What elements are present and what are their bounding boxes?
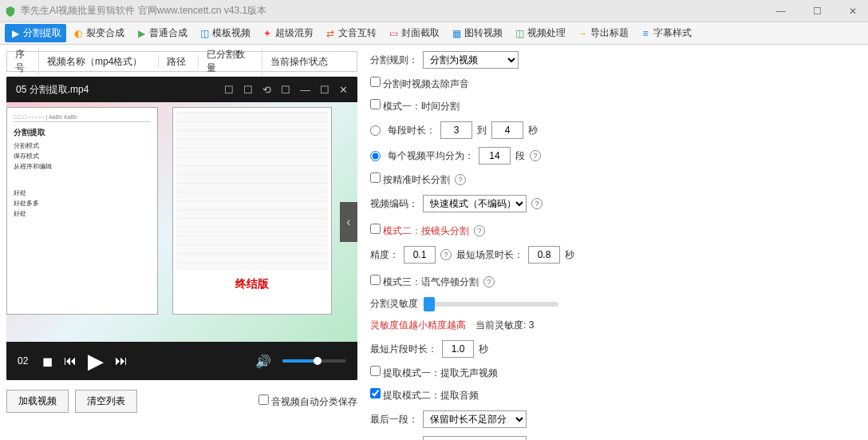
tab-10[interactable]: ≡字幕样式 [635, 24, 696, 42]
each-duration-radio[interactable] [370, 125, 381, 136]
table-header-cell[interactable]: 路径 [159, 55, 199, 69]
mode3-checkbox[interactable] [370, 275, 381, 285]
mode1-checkbox-label[interactable]: 模式一：时间分割 [370, 99, 460, 113]
side-toggle-icon[interactable]: ‹ [340, 202, 357, 242]
tab-icon: ▶ [10, 28, 21, 39]
mode2-checkbox-label[interactable]: 模式二：按镜头分割 [370, 224, 469, 238]
tab-0[interactable]: ▶分割提取 [5, 24, 66, 42]
tab-label: 模板视频 [212, 26, 251, 40]
tab-icon: ▭ [388, 28, 399, 39]
mode3-checkbox-label[interactable]: 模式三：语气停顿分割 [370, 275, 479, 289]
min-clip-label: 最短片段时长： [370, 343, 437, 356]
volume-slider[interactable] [282, 359, 346, 363]
help-icon[interactable]: ? [440, 249, 452, 260]
app-title: 季先生AI视频批量剪辑软件 官网www.tencett.cn v43.1版本 [21, 4, 770, 18]
encoding-select[interactable]: 快速模式（不编码） [423, 195, 527, 212]
window-controls: — ☐ ✕ [770, 4, 863, 18]
tab-5[interactable]: ⇄文音互转 [320, 24, 381, 42]
mode1-checkbox[interactable] [370, 99, 381, 109]
help-icon[interactable]: ? [483, 276, 495, 287]
tab-label: 超级混剪 [275, 26, 314, 40]
precision-label: 精度： [370, 248, 399, 262]
video-frame[interactable]: □ □ □ ▫ ▫ ▫ ▫ ▫ | AaBb AaBb 分割提取 分割模式 保存… [6, 102, 357, 342]
tab-9[interactable]: →导出标题 [572, 24, 633, 42]
close-button[interactable]: ✕ [842, 4, 863, 18]
avg-split-radio[interactable] [370, 151, 381, 161]
settings-panel: 分割规则： 分割为视频 分割时视频去除声音 模式一：时间分割 每段时长： 到 秒… [365, 51, 862, 440]
help-icon[interactable]: ? [531, 198, 542, 209]
each-duration-label: 每段时长： [388, 124, 436, 137]
duration-from-input[interactable] [440, 121, 472, 139]
autosave-checkbox-label[interactable]: 音视频自动分类保存 [258, 394, 357, 409]
split-rule-select[interactable]: 分割为视频 [423, 51, 519, 69]
table-header-cell[interactable]: 当前操作状态 [262, 55, 357, 69]
tab-3[interactable]: ◫模板视频 [194, 24, 255, 42]
tab-label: 分割提取 [23, 26, 61, 40]
maximize-button[interactable]: ☐ [807, 4, 828, 18]
tab-8[interactable]: ◫视频处理 [509, 24, 570, 42]
clear-list-button[interactable]: 清空列表 [75, 390, 137, 413]
main-tabs: ▶分割提取◐裂变合成▶普通合成◫模板视频✦超级混剪⇄文音互转▭封面截取▦图转视频… [0, 22, 868, 45]
tab-icon: ▶ [136, 28, 147, 39]
time-label: 02 [18, 355, 28, 367]
tab-label: 视频处理 [527, 26, 566, 40]
loop-icon[interactable]: ⟲ [262, 84, 271, 96]
player-minimize-icon[interactable]: — [300, 84, 310, 96]
minimize-button[interactable]: — [770, 4, 792, 18]
tab-label: 封面截取 [401, 26, 440, 40]
load-video-button[interactable]: 加载视频 [6, 390, 69, 413]
tab-1[interactable]: ◐裂变合成 [68, 24, 129, 42]
volume-icon[interactable]: 🔊 [255, 354, 271, 369]
tab-7[interactable]: ▦图转视频 [446, 24, 507, 42]
precise-split-checkbox-label[interactable]: 按精准时长分割 [370, 172, 450, 187]
remove-audio-checkbox-label[interactable]: 分割时视频去除声音 [370, 77, 469, 91]
extract1-checkbox[interactable] [370, 366, 381, 376]
prev-button[interactable]: ⏮ [64, 354, 77, 368]
tab-icon: ◐ [73, 28, 84, 39]
app-icon [5, 6, 16, 17]
extract2-checkbox-label[interactable]: 提取模式二：提取音频 [370, 388, 479, 402]
duration-to-input[interactable] [491, 121, 523, 139]
sensitivity-slider[interactable] [423, 302, 558, 307]
play-button[interactable]: ▶ [88, 349, 104, 374]
tab-6[interactable]: ▭封面截取 [383, 24, 444, 42]
help-icon[interactable]: ? [530, 150, 541, 161]
player-close-icon[interactable]: ✕ [339, 84, 348, 96]
tab-icon: ▦ [451, 28, 462, 39]
stop-button[interactable]: ◼ [42, 354, 53, 369]
tab-4[interactable]: ✦超级混剪 [257, 24, 318, 42]
table-header-cell[interactable]: 已分割数量 [199, 48, 262, 75]
table-header-cell[interactable]: 序号 [7, 48, 39, 75]
clock-icon[interactable]: ☐ [243, 84, 253, 96]
last-seg-select[interactable]: 保留时长不足部分 [423, 410, 527, 428]
next-button[interactable]: ⏭ [115, 354, 128, 368]
player-controls: 02 ◼ ⏮ ▶ ⏭ 🔊 [6, 342, 357, 380]
tab-2[interactable]: ▶普通合成 [131, 24, 192, 42]
table-header-cell[interactable]: 视频名称（mp4格式） [39, 55, 159, 69]
sensitivity-note: 灵敏度值越小精度越高 [370, 319, 466, 332]
tab-icon: ✦ [262, 28, 273, 39]
window-icon[interactable]: ☐ [224, 84, 234, 96]
extract2-checkbox[interactable] [370, 388, 381, 398]
tab-icon: ⇄ [325, 28, 336, 39]
player-maximize-icon[interactable]: ☐ [320, 84, 329, 96]
help-icon[interactable]: ? [474, 225, 485, 236]
export-title-select[interactable]: 取视频的标题 [423, 436, 527, 440]
file-table-header: 序号视频名称（mp4格式）路径已分割数量当前操作状态 [6, 51, 357, 72]
precision-input[interactable] [404, 246, 436, 264]
tab-label: 普通合成 [149, 26, 187, 40]
split-rule-label: 分割规则： [370, 54, 418, 67]
remove-audio-checkbox[interactable] [370, 77, 381, 87]
autosave-checkbox[interactable] [258, 394, 269, 405]
overlay-icon[interactable]: ☐ [281, 84, 290, 96]
player-titlebar: 05 分割提取.mp4 ☐ ☐ ⟲ ☐ — ☐ ✕ [6, 77, 357, 102]
min-clip-input[interactable] [442, 340, 474, 358]
min-scene-input[interactable] [528, 246, 560, 264]
help-icon[interactable]: ? [455, 174, 466, 185]
extract1-checkbox-label[interactable]: 提取模式一：提取无声视频 [370, 366, 498, 380]
avg-split-input[interactable] [479, 147, 511, 165]
tab-icon: ◫ [199, 28, 210, 39]
tab-icon: ◫ [514, 28, 525, 39]
precise-split-checkbox[interactable] [370, 172, 381, 183]
mode2-checkbox[interactable] [370, 224, 381, 234]
